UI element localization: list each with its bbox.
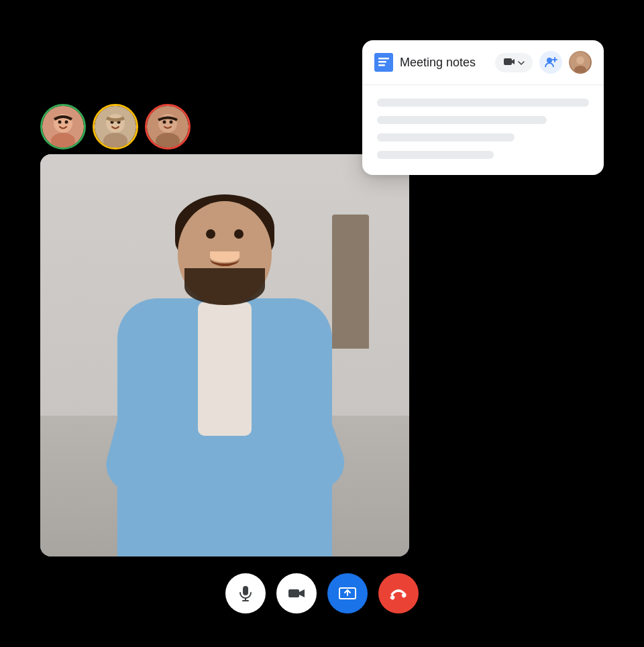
svg-rect-16 — [378, 58, 389, 60]
person-left-eye — [206, 229, 215, 239]
participants-row — [40, 104, 191, 150]
camera-toggle-button[interactable] — [495, 53, 533, 72]
video-container — [40, 154, 409, 556]
participant-avatar-1[interactable] — [40, 104, 86, 150]
notes-title: Meeting notes — [400, 56, 488, 70]
add-person-button[interactable] — [539, 51, 562, 74]
svg-rect-18 — [378, 64, 385, 66]
camera-icon-small — [503, 57, 515, 68]
add-person-icon — [544, 56, 557, 68]
svg-rect-32 — [390, 595, 395, 600]
camera-icon — [288, 587, 305, 599]
camera-button[interactable] — [276, 573, 317, 613]
text-line-1 — [377, 99, 589, 107]
avatar-svg-3 — [147, 106, 189, 148]
svg-point-13 — [163, 121, 166, 124]
text-line-3 — [377, 133, 515, 141]
video-background — [40, 154, 409, 556]
svg-rect-26 — [243, 586, 248, 595]
participant-avatar-3[interactable] — [145, 104, 191, 150]
person-right-eye — [234, 229, 244, 239]
svg-point-20 — [547, 58, 552, 63]
avatar-svg-2 — [95, 106, 136, 148]
scene: Meeting notes — [0, 0, 644, 647]
svg-point-14 — [170, 121, 173, 124]
notes-content — [362, 85, 604, 175]
text-line-2 — [377, 116, 547, 124]
svg-point-24 — [576, 56, 584, 64]
person-shirt-inner — [198, 302, 252, 436]
participant-avatar-2[interactable] — [93, 104, 138, 150]
avatar-face-2 — [95, 106, 136, 148]
end-call-icon — [389, 587, 408, 600]
svg-rect-29 — [288, 589, 299, 597]
microphone-button[interactable] — [225, 573, 266, 613]
share-screen-icon — [339, 586, 356, 601]
text-line-4 — [377, 151, 494, 159]
avatar-face-1 — [42, 106, 84, 148]
svg-rect-31 — [401, 593, 407, 598]
person-figure — [84, 181, 366, 556]
notes-panel: Meeting notes — [362, 40, 604, 175]
svg-point-3 — [58, 121, 62, 124]
microphone-icon — [238, 585, 253, 601]
svg-rect-17 — [378, 61, 386, 63]
docs-icon — [374, 53, 393, 72]
user-avatar-button[interactable] — [569, 51, 592, 74]
svg-point-6 — [106, 114, 125, 133]
avatar-svg-1 — [42, 106, 84, 148]
control-bar — [225, 573, 419, 613]
user-avatar-svg — [570, 52, 590, 72]
person-smile — [210, 251, 239, 266]
end-call-button[interactable] — [378, 573, 419, 613]
avatar-face-3 — [147, 106, 189, 148]
share-screen-button[interactable] — [327, 573, 368, 613]
notes-header: Meeting notes — [362, 40, 604, 85]
svg-point-4 — [65, 121, 68, 124]
chevron-down-icon — [518, 57, 525, 68]
person-beard — [184, 268, 265, 305]
svg-rect-19 — [504, 58, 512, 65]
